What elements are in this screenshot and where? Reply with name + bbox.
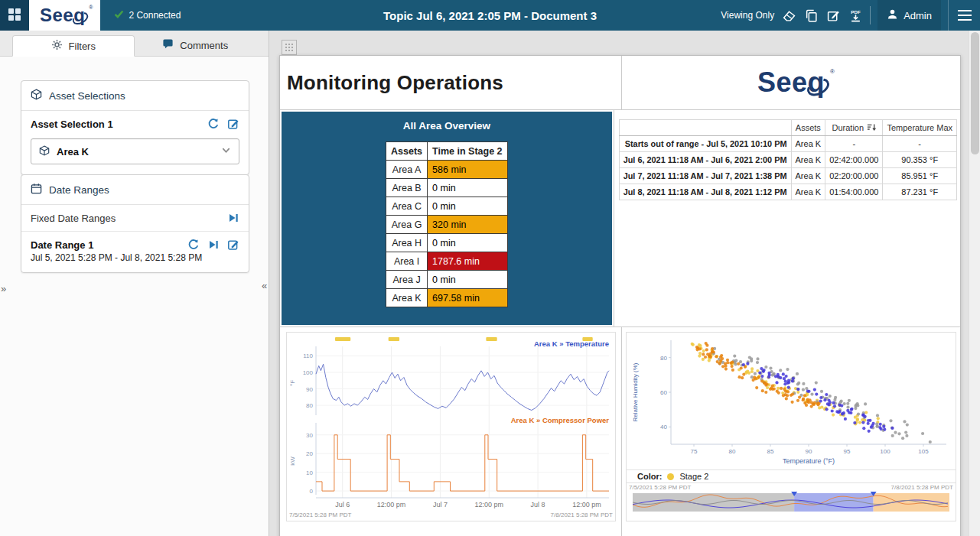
expand-panel-chevron[interactable]: » <box>1 283 6 294</box>
svg-text:Relative Humidity (%): Relative Humidity (%) <box>632 362 639 421</box>
svg-text:PDF: PDF <box>851 8 861 14</box>
person-icon <box>887 8 898 22</box>
topic-sidebar: Filters Comments Asset Selections Asset … <box>0 31 269 536</box>
date-ranges-header: Date Ranges <box>21 175 249 205</box>
connection-status[interactable]: 2 Connected <box>114 9 181 21</box>
connection-status-label: 2 Connected <box>129 10 181 21</box>
seeq-home-logo[interactable]: Seeq ® <box>29 0 100 31</box>
svg-text:10: 10 <box>306 469 313 476</box>
capsule-tempmax-cell: 90.353 °F <box>883 152 957 168</box>
capsule-range-cell: Jul 7, 2021 11:18 AM - Jul 7, 2021 1:38 … <box>619 168 791 184</box>
step-to-end-icon[interactable] <box>227 212 239 224</box>
sort-icon[interactable] <box>867 123 876 132</box>
svg-text:12:00 pm: 12:00 pm <box>572 501 601 508</box>
scatter-date-range-labels: 7/5/2021 5:28 PM PDT 7/8/2021 5:28 PM PD… <box>627 483 956 492</box>
asset-selection-dropdown[interactable]: Area K <box>31 138 239 164</box>
overview-asset-cell: Area C <box>386 197 428 216</box>
vertical-scrollbar[interactable] <box>969 31 980 536</box>
overview-asset-cell: Area A <box>386 161 428 179</box>
calendar-icon <box>31 183 42 197</box>
capsule-table-header-row: AssetsDurationTemperature Max <box>619 120 956 136</box>
capsule-duration-cell: 02:42:00.000 <box>825 152 883 168</box>
overview-value-cell: 586 min <box>428 161 507 179</box>
capsule-column-header: Duration <box>825 120 883 136</box>
edit-document-icon[interactable] <box>825 8 841 23</box>
svg-text:40: 40 <box>660 424 667 430</box>
admin-label: Admin <box>903 10 932 21</box>
overview-table-row: Area H0 min <box>386 234 507 252</box>
date-ranges-card: Date Ranges Fixed Date Ranges Date Range… <box>21 174 249 273</box>
svg-text:7/5/2021 5:28 PM PDT: 7/5/2021 5:28 PM PDT <box>289 512 351 518</box>
date-range-label: Date Range 1 <box>31 239 187 251</box>
legend-color-label: Color: <box>637 472 662 481</box>
step-to-end-icon[interactable] <box>207 239 220 251</box>
overview-column-header: Assets <box>386 142 428 161</box>
svg-text:80: 80 <box>729 448 736 455</box>
capsule-range-cell: Jul 8, 2021 11:18 AM - Jul 8, 2021 1:12 … <box>619 184 791 200</box>
cube-icon <box>39 145 50 158</box>
capsule-column-header: Temperature Max <box>883 120 957 136</box>
topic-document-title: Topic Jul 6, 2021 2:05 PM - Document 3 <box>383 9 597 22</box>
svg-text:Jul 7: Jul 7 <box>433 501 448 508</box>
document-header-row: Monitoring Operations Seeq ® <box>280 56 960 110</box>
capsule-table-row: Starts out of range - Jul 5, 2021 10:10 … <box>619 136 956 152</box>
document-content-row: All Area Overview AssetsTime in Stage 2 … <box>280 110 960 327</box>
eraser-icon[interactable] <box>781 8 796 23</box>
overview-panel-title: All Area Overview <box>282 120 612 132</box>
capsule-asset-cell: Area K <box>791 168 825 184</box>
trend-chart-container[interactable]: 8090100110°FArea K » Temperature0102030k… <box>286 332 616 521</box>
scatter-chart-svg: 7580859095100105406080Temperature (°F)Re… <box>627 333 956 467</box>
capsule-asset-cell: Area K <box>791 136 825 152</box>
svg-text:kW: kW <box>289 456 296 466</box>
svg-text:Jul 8: Jul 8 <box>531 501 545 508</box>
overview-table-row: Area J0 min <box>386 271 507 289</box>
tab-filters[interactable]: Filters <box>12 35 135 57</box>
admin-user-button[interactable]: Admin <box>877 0 941 31</box>
svg-text:Jul 6: Jul 6 <box>335 501 350 508</box>
tab-filters-label: Filters <box>69 41 96 52</box>
viewing-only-label: Viewing Only <box>721 10 774 21</box>
scatter-chart-container[interactable]: 7580859095100105406080Temperature (°F)Re… <box>626 332 956 521</box>
svg-text:°F: °F <box>289 380 296 386</box>
duplicate-icon[interactable] <box>803 8 819 23</box>
svg-text:60: 60 <box>660 389 667 396</box>
edit-icon[interactable] <box>227 118 239 130</box>
apps-grid-button[interactable] <box>0 0 29 31</box>
edit-icon[interactable] <box>227 239 239 251</box>
svg-text:80: 80 <box>660 355 667 362</box>
document-charts-row: 8090100110°FArea K » Temperature0102030k… <box>280 327 960 525</box>
hamburger-menu-button[interactable] <box>948 0 980 31</box>
refresh-icon[interactable] <box>187 239 200 251</box>
drag-handle[interactable] <box>282 40 297 55</box>
refresh-icon[interactable] <box>207 118 220 130</box>
seeq-app-window: { "topbar": { "logo_text": "Seeq", "conn… <box>0 0 980 536</box>
tab-comments[interactable]: Comments <box>135 34 257 56</box>
overview-table-header-row: AssetsTime in Stage 2 <box>386 142 507 161</box>
pdf-download-icon[interactable]: PDF <box>848 8 863 23</box>
overview-asset-cell: Area B <box>386 179 428 197</box>
seeq-document-logo: Seeq ® <box>757 69 825 96</box>
scrollbar-thumb[interactable] <box>971 32 979 154</box>
scatter-range-slider[interactable] <box>627 492 956 513</box>
overview-table-row: Area K697.58 min <box>386 289 507 307</box>
seeq-logo: Seeq ® <box>40 6 85 24</box>
overview-table-row: Area I1787.6 min <box>386 252 507 271</box>
legend-stage2-dot <box>667 473 674 480</box>
overview-value-cell: 0 min <box>428 197 507 216</box>
topbar-divider <box>870 6 871 24</box>
collapse-sidebar-chevron[interactable]: « <box>262 280 267 291</box>
svg-text:100: 100 <box>880 448 890 455</box>
document-next-row <box>280 525 960 536</box>
chevron-down-icon <box>221 145 231 158</box>
scatter-start-label: 7/5/2021 5:28 PM PDT <box>629 484 691 491</box>
capsule-asset-cell: Area K <box>791 184 825 200</box>
capsule-table-row: Jul 6, 2021 11:18 AM - Jul 6, 2021 2:00 … <box>619 152 956 168</box>
svg-text:Area K » Compressor Power: Area K » Compressor Power <box>511 416 610 424</box>
svg-text:12:00 pm: 12:00 pm <box>377 501 406 508</box>
capsule-column-header <box>619 120 791 136</box>
range-slider-svg <box>633 492 949 513</box>
overview-table-row: Area G320 min <box>386 216 507 234</box>
capsule-tempmax-cell: 85.951 °F <box>883 168 957 184</box>
overview-column-header: Time in Stage 2 <box>428 142 507 161</box>
svg-text:100: 100 <box>303 369 314 376</box>
